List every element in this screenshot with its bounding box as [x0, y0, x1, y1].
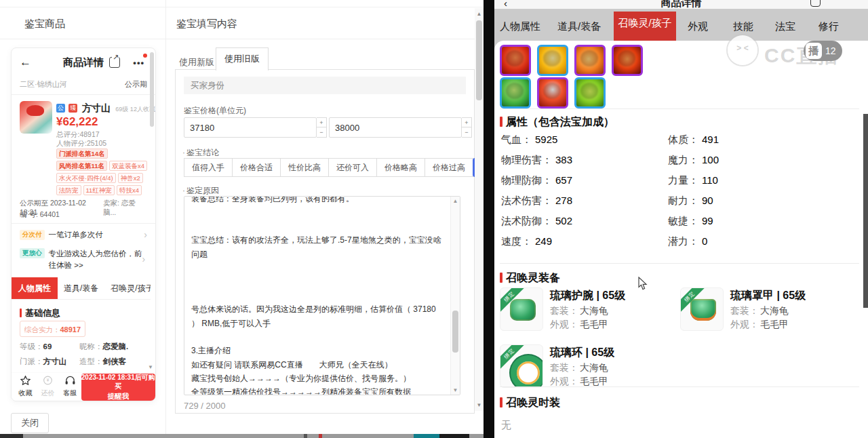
conclusion-option[interactable]: 值得入手: [184, 158, 233, 177]
scroll-down-icon[interactable]: ▼: [451, 387, 460, 393]
tab-treasure[interactable]: 法宝: [775, 20, 795, 33]
tab-character-attr[interactable]: 人物属性: [12, 277, 58, 299]
item-detail-card: ← 商品详情 ••• 二区·锦绣山河 公示期 公 臻 方寸山 69级 12人收藏…: [11, 47, 156, 401]
pet-skill-fire-tusk-icon[interactable]: [537, 77, 568, 108]
pet-skill-gold-shield-icon[interactable]: [537, 45, 568, 76]
attr-label: 法术防御：: [501, 215, 552, 226]
price-high-input[interactable]: [329, 117, 462, 138]
suit-value: 大海龟: [580, 362, 608, 373]
conclusion-option[interactable]: 还价可入: [328, 158, 377, 177]
conclusion-option[interactable]: 价格过高: [425, 158, 473, 177]
tab-summon-child[interactable]: 召唤灵/孩子: [104, 277, 151, 299]
buy-time-text: 2023-11-02 18:31后可购买: [81, 373, 155, 391]
tab-character-attr[interactable]: 人物属性: [500, 20, 540, 33]
serial-number: 编 号: 64401: [20, 210, 60, 220]
equip-bracer-icon[interactable]: 绑定: [500, 287, 543, 331]
scroll-up-icon[interactable]: ▲: [475, 11, 484, 17]
share-icon[interactable]: [109, 57, 120, 68]
buyer-identity-header: 买家身份: [184, 77, 466, 94]
tab-appearance[interactable]: 外观: [688, 20, 708, 33]
pet-skill-fire-bird-icon[interactable]: [574, 45, 606, 76]
top-divider: [0, 7, 483, 7]
installment-text: 一笔订单多次付: [49, 230, 144, 240]
attr-value: 249: [535, 235, 552, 247]
page-scrollbar[interactable]: ▲ ▼: [475, 8, 484, 411]
conclusion-option[interactable]: 价格略高: [376, 158, 425, 177]
scroll-up-icon[interactable]: ▲: [451, 198, 460, 204]
pet-skill-green-beast-icon[interactable]: [574, 77, 606, 108]
stepper-down-icon[interactable]: −: [462, 127, 472, 138]
tag: 双蓝装备x4: [109, 161, 147, 171]
info-label: 等级：: [20, 342, 43, 351]
bargain-button[interactable]: ¥ 还价: [37, 376, 59, 398]
skin-value: 毛毛甲: [580, 376, 608, 386]
chevron-right-icon: ›: [142, 254, 146, 264]
suit-label: 套装：: [550, 362, 578, 373]
tab-cultivation[interactable]: 修行: [818, 20, 839, 33]
skin-label: 外观：: [550, 319, 578, 330]
section-bar: [20, 308, 22, 317]
info-label: 昵称：: [79, 342, 103, 351]
window-gap: [484, 0, 494, 438]
tag: 门派排名第14名: [56, 148, 108, 159]
more-icon[interactable]: •••: [133, 58, 144, 68]
tab-new-version[interactable]: 使用新版: [179, 56, 214, 68]
pet-skill-red-demon-icon[interactable]: [500, 45, 531, 76]
info-label: 门派：: [20, 357, 43, 365]
valuation-service-row[interactable]: 更放心 专业游戏达人为您估价，前往体验 >> ›: [20, 248, 147, 272]
attr-value: 278: [555, 195, 572, 206]
card-scrollbar-thumb[interactable]: [150, 52, 154, 127]
equip-ring-icon[interactable]: 绑定: [500, 344, 543, 388]
customer-service-button[interactable]: 客服: [59, 376, 81, 398]
game-detail-panel: ‹ 商品详情 人物属性 道具/装备 召唤灵/孩子 外观 技能 法宝 修行 CC直…: [494, 0, 868, 438]
attr-value: 491: [702, 134, 719, 145]
school-name: 方寸山: [82, 102, 111, 113]
equip-armor-icon[interactable]: 绑定: [680, 287, 724, 331]
summon-fashion-title: 召唤灵时装: [506, 397, 560, 408]
conclusion-option[interactable]: 价格合适: [232, 158, 281, 177]
price-low-stepper[interactable]: +−: [317, 117, 327, 138]
summon-equip-title: 召唤灵装备: [506, 272, 560, 283]
panel-scrollbar-thumb[interactable]: [863, 114, 868, 308]
scroll-down-icon[interactable]: ▼: [475, 402, 484, 408]
reason-textarea[interactable]: 装备总结：全身装备均已列明，该有的都有。 宝宝总结：该有的攻法齐全，玩法上够了.…: [184, 196, 460, 395]
tab-skills[interactable]: 技能: [733, 20, 753, 33]
textarea-scrollbar[interactable]: ▲ ▼: [450, 197, 460, 395]
favorite-button[interactable]: 收藏: [14, 376, 37, 398]
close-button[interactable]: 关闭: [11, 413, 49, 433]
stepper-down-icon[interactable]: −: [317, 127, 327, 138]
card-scroll-down-icon[interactable]: ▼: [148, 364, 153, 370]
power-value: 48917: [60, 325, 81, 334]
profile-icon[interactable]: [810, 0, 821, 7]
service-label: 客服: [59, 389, 81, 398]
tab-old-version[interactable]: 使用旧版: [216, 47, 269, 71]
textarea-scroll-thumb[interactable]: [452, 311, 458, 353]
conclusion-option[interactable]: 性价比高: [280, 158, 329, 177]
attr-label: 体质：: [668, 134, 698, 145]
viewer-count: 12: [825, 45, 836, 56]
section-bar: [500, 117, 502, 127]
assurance-tag: 更放心: [20, 248, 45, 258]
suit-value: 大海龟: [760, 305, 789, 316]
pet-skill-green-snake-icon[interactable]: [500, 77, 531, 108]
page-scroll-thumb[interactable]: [476, 20, 482, 100]
buy-reminder-button[interactable]: 2023-11-02 18:31后可购买 提醒我: [81, 374, 155, 401]
stepper-up-icon[interactable]: +: [462, 117, 472, 127]
attr-value: 383: [555, 154, 572, 165]
character-avatar[interactable]: [20, 101, 52, 134]
conclusion-label: 鉴宝结论: [182, 147, 219, 159]
price-low-input[interactable]: [184, 117, 317, 138]
phase-label: 公示期: [125, 79, 147, 89]
attr-label: 敏捷：: [668, 215, 698, 226]
attr-label: 物理伤害：: [501, 154, 552, 165]
installment-row[interactable]: 分次付 一笔订单多次付 ›: [20, 229, 147, 240]
pet-skill-flame-skull-icon[interactable]: [612, 45, 643, 76]
price-high-stepper[interactable]: +−: [462, 117, 472, 138]
tab-summon-child-active[interactable]: 召唤灵/孩子: [614, 12, 676, 41]
cc-live-badge: 播 12: [804, 41, 842, 61]
tab-items-gear[interactable]: 道具/装备: [58, 277, 104, 299]
stepper-up-icon[interactable]: +: [317, 117, 327, 127]
tab-items-gear[interactable]: 道具/装备: [557, 20, 601, 33]
info-value: 方寸山: [43, 357, 67, 365]
headset-icon: [65, 376, 75, 385]
